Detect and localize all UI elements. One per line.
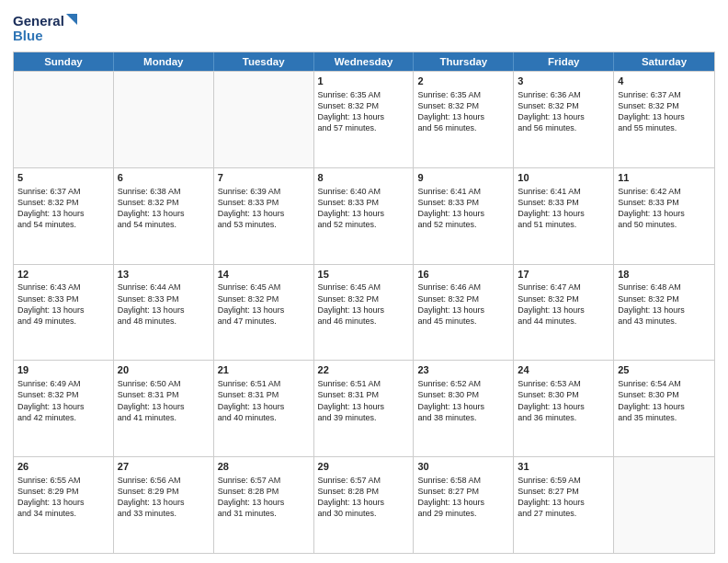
- day-number-26: 26: [17, 460, 109, 474]
- day-8: 8Sunrise: 6:40 AMSunset: 8:33 PMDaylight…: [314, 168, 415, 264]
- day-number-16: 16: [417, 268, 509, 282]
- calendar-row-3: 12Sunrise: 6:43 AMSunset: 8:33 PMDayligh…: [14, 264, 714, 361]
- day-number-20: 20: [118, 363, 210, 377]
- day-number-19: 19: [17, 363, 109, 377]
- day-number-8: 8: [318, 171, 410, 185]
- day-number-12: 12: [17, 268, 109, 282]
- empty-cell-0-2: [214, 72, 314, 167]
- page-header: General Blue: [13, 9, 715, 46]
- day-2: 2Sunrise: 6:35 AMSunset: 8:32 PMDaylight…: [414, 72, 514, 167]
- day-19: 19Sunrise: 6:49 AMSunset: 8:32 PMDayligh…: [14, 361, 114, 456]
- day-number-11: 11: [618, 171, 711, 185]
- header-day-tuesday: Tuesday: [214, 52, 314, 71]
- day-number-31: 31: [518, 460, 609, 474]
- day-info-5: Sunrise: 6:37 AMSunset: 8:32 PMDaylight:…: [17, 186, 109, 231]
- svg-marker-2: [66, 14, 77, 25]
- svg-text:General: General: [13, 13, 64, 29]
- day-28: 28Sunrise: 6:57 AMSunset: 8:28 PMDayligh…: [214, 457, 314, 553]
- day-number-22: 22: [318, 363, 410, 377]
- empty-cell-0-1: [114, 72, 214, 167]
- day-14: 14Sunrise: 6:45 AMSunset: 8:32 PMDayligh…: [214, 265, 314, 361]
- calendar-row-1: 1Sunrise: 6:35 AMSunset: 8:32 PMDaylight…: [14, 71, 714, 167]
- calendar-header: SundayMondayTuesdayWednesdayThursdayFrid…: [14, 52, 714, 71]
- day-number-7: 7: [218, 171, 310, 185]
- calendar-row-2: 5Sunrise: 6:37 AMSunset: 8:32 PMDaylight…: [14, 167, 714, 264]
- day-info-6: Sunrise: 6:38 AMSunset: 8:32 PMDaylight:…: [118, 186, 210, 231]
- day-31: 31Sunrise: 6:59 AMSunset: 8:27 PMDayligh…: [514, 457, 614, 553]
- day-info-2: Sunrise: 6:35 AMSunset: 8:32 PMDaylight:…: [417, 89, 509, 134]
- day-12: 12Sunrise: 6:43 AMSunset: 8:33 PMDayligh…: [14, 265, 114, 361]
- day-number-17: 17: [518, 268, 609, 282]
- day-number-5: 5: [17, 171, 109, 185]
- day-info-12: Sunrise: 6:43 AMSunset: 8:33 PMDaylight:…: [17, 282, 109, 327]
- header-day-thursday: Thursday: [414, 52, 514, 71]
- day-number-23: 23: [417, 363, 509, 377]
- day-info-11: Sunrise: 6:42 AMSunset: 8:33 PMDaylight:…: [618, 186, 711, 231]
- day-info-3: Sunrise: 6:36 AMSunset: 8:32 PMDaylight:…: [518, 89, 609, 134]
- header-day-sunday: Sunday: [14, 52, 114, 71]
- logo-svg: General Blue: [13, 9, 77, 46]
- day-4: 4Sunrise: 6:37 AMSunset: 8:32 PMDaylight…: [614, 72, 714, 167]
- day-9: 9Sunrise: 6:41 AMSunset: 8:33 PMDaylight…: [414, 168, 514, 264]
- day-info-18: Sunrise: 6:48 AMSunset: 8:32 PMDaylight:…: [618, 282, 711, 327]
- day-16: 16Sunrise: 6:46 AMSunset: 8:32 PMDayligh…: [414, 265, 514, 361]
- day-info-10: Sunrise: 6:41 AMSunset: 8:33 PMDaylight:…: [518, 186, 609, 231]
- day-13: 13Sunrise: 6:44 AMSunset: 8:33 PMDayligh…: [114, 265, 214, 361]
- day-1: 1Sunrise: 6:35 AMSunset: 8:32 PMDaylight…: [314, 72, 415, 167]
- day-24: 24Sunrise: 6:53 AMSunset: 8:30 PMDayligh…: [514, 361, 614, 456]
- day-info-16: Sunrise: 6:46 AMSunset: 8:32 PMDaylight:…: [417, 282, 509, 327]
- day-18: 18Sunrise: 6:48 AMSunset: 8:32 PMDayligh…: [614, 265, 714, 361]
- day-25: 25Sunrise: 6:54 AMSunset: 8:30 PMDayligh…: [614, 361, 714, 456]
- day-info-14: Sunrise: 6:45 AMSunset: 8:32 PMDaylight:…: [218, 282, 310, 327]
- day-info-25: Sunrise: 6:54 AMSunset: 8:30 PMDaylight:…: [618, 378, 711, 423]
- day-30: 30Sunrise: 6:58 AMSunset: 8:27 PMDayligh…: [414, 457, 514, 553]
- day-number-13: 13: [118, 268, 210, 282]
- day-info-28: Sunrise: 6:57 AMSunset: 8:28 PMDaylight:…: [218, 475, 310, 520]
- logo: General Blue: [13, 9, 77, 46]
- day-number-21: 21: [218, 363, 310, 377]
- calendar-row-5: 26Sunrise: 6:55 AMSunset: 8:29 PMDayligh…: [14, 456, 714, 553]
- day-7: 7Sunrise: 6:39 AMSunset: 8:33 PMDaylight…: [214, 168, 314, 264]
- day-info-19: Sunrise: 6:49 AMSunset: 8:32 PMDaylight:…: [17, 378, 109, 423]
- day-number-18: 18: [618, 268, 711, 282]
- calendar-row-4: 19Sunrise: 6:49 AMSunset: 8:32 PMDayligh…: [14, 360, 714, 456]
- day-info-4: Sunrise: 6:37 AMSunset: 8:32 PMDaylight:…: [618, 89, 711, 134]
- day-number-27: 27: [118, 460, 210, 474]
- day-number-28: 28: [218, 460, 310, 474]
- day-20: 20Sunrise: 6:50 AMSunset: 8:31 PMDayligh…: [114, 361, 214, 456]
- day-number-3: 3: [518, 75, 609, 88]
- day-info-20: Sunrise: 6:50 AMSunset: 8:31 PMDaylight:…: [118, 378, 210, 423]
- day-info-15: Sunrise: 6:45 AMSunset: 8:32 PMDaylight:…: [318, 282, 410, 327]
- header-day-monday: Monday: [114, 52, 214, 71]
- day-number-24: 24: [518, 363, 609, 377]
- day-number-29: 29: [318, 460, 410, 474]
- day-23: 23Sunrise: 6:52 AMSunset: 8:30 PMDayligh…: [414, 361, 514, 456]
- day-info-22: Sunrise: 6:51 AMSunset: 8:31 PMDaylight:…: [318, 378, 410, 423]
- day-29: 29Sunrise: 6:57 AMSunset: 8:28 PMDayligh…: [314, 457, 415, 553]
- day-number-4: 4: [618, 75, 711, 88]
- calendar-body: 1Sunrise: 6:35 AMSunset: 8:32 PMDaylight…: [14, 71, 714, 553]
- header-day-friday: Friday: [514, 52, 614, 71]
- header-day-saturday: Saturday: [614, 52, 714, 71]
- day-info-21: Sunrise: 6:51 AMSunset: 8:31 PMDaylight:…: [218, 378, 310, 423]
- day-3: 3Sunrise: 6:36 AMSunset: 8:32 PMDaylight…: [514, 72, 614, 167]
- day-info-23: Sunrise: 6:52 AMSunset: 8:30 PMDaylight:…: [417, 378, 509, 423]
- day-info-31: Sunrise: 6:59 AMSunset: 8:27 PMDaylight:…: [518, 475, 609, 520]
- empty-cell-0-0: [14, 72, 114, 167]
- header-day-wednesday: Wednesday: [314, 52, 415, 71]
- day-info-1: Sunrise: 6:35 AMSunset: 8:32 PMDaylight:…: [318, 89, 410, 134]
- day-number-2: 2: [417, 75, 509, 88]
- day-info-9: Sunrise: 6:41 AMSunset: 8:33 PMDaylight:…: [417, 186, 509, 231]
- day-number-30: 30: [417, 460, 509, 474]
- day-info-30: Sunrise: 6:58 AMSunset: 8:27 PMDaylight:…: [417, 475, 509, 520]
- day-27: 27Sunrise: 6:56 AMSunset: 8:29 PMDayligh…: [114, 457, 214, 553]
- day-info-24: Sunrise: 6:53 AMSunset: 8:30 PMDaylight:…: [518, 378, 609, 423]
- day-number-25: 25: [618, 363, 711, 377]
- empty-cell-4-6: [614, 457, 714, 553]
- day-26: 26Sunrise: 6:55 AMSunset: 8:29 PMDayligh…: [14, 457, 114, 553]
- day-info-7: Sunrise: 6:39 AMSunset: 8:33 PMDaylight:…: [218, 186, 310, 231]
- day-5: 5Sunrise: 6:37 AMSunset: 8:32 PMDaylight…: [14, 168, 114, 264]
- calendar: SundayMondayTuesdayWednesdayThursdayFrid…: [13, 52, 715, 554]
- day-info-29: Sunrise: 6:57 AMSunset: 8:28 PMDaylight:…: [318, 475, 410, 520]
- day-info-27: Sunrise: 6:56 AMSunset: 8:29 PMDaylight:…: [118, 475, 210, 520]
